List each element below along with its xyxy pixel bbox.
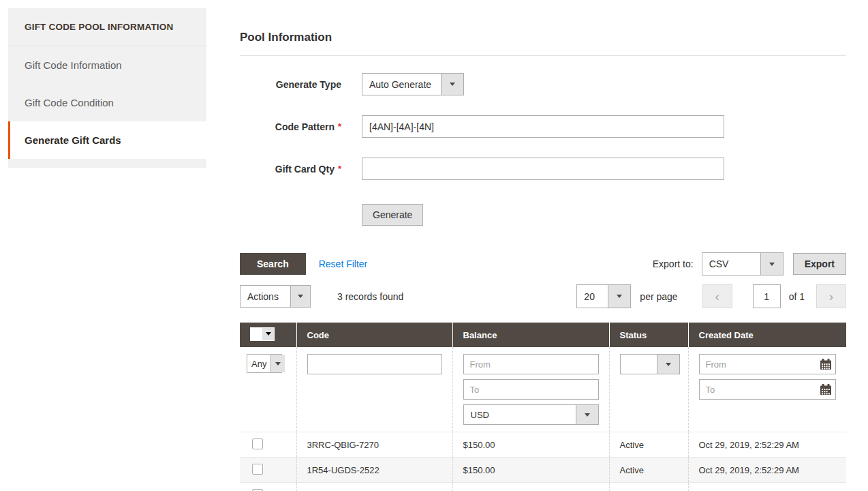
gift-code-pool-nav: GIFT CODE POOL INFORMATION Gift Code Inf… — [8, 8, 206, 168]
select-all-caret-icon[interactable] — [262, 327, 275, 341]
table-header-row: Code Balance Status Created Date — [240, 323, 846, 347]
records-found-text: 3 records found — [337, 291, 403, 302]
chevron-down-icon[interactable] — [441, 74, 463, 95]
page-title: Pool Information — [240, 31, 846, 56]
currency-value: USD — [464, 405, 576, 424]
required-asterisk: * — [338, 121, 341, 132]
per-page-select[interactable]: 20 — [576, 284, 631, 308]
select-all-checkbox[interactable] — [250, 327, 262, 341]
actions-select[interactable]: Actions — [240, 285, 311, 308]
column-header-created-date[interactable]: Created Date — [688, 323, 846, 347]
actions-value: Actions — [241, 286, 290, 307]
code-pattern-input[interactable] — [362, 115, 724, 138]
chevron-left-icon: ‹ — [715, 289, 719, 304]
created-from-filter-input[interactable] — [699, 354, 837, 374]
cell-status: Active — [609, 432, 688, 458]
cell-status: Active — [609, 483, 688, 491]
export-format-select[interactable]: CSV — [702, 252, 784, 276]
sidebar-item-gift-code-condition[interactable]: Gift Code Condition — [8, 84, 206, 121]
select-all-control[interactable] — [250, 327, 275, 341]
chevron-down-icon[interactable] — [576, 405, 598, 424]
export-button[interactable]: Export — [793, 253, 846, 275]
grid-toolbar-pager: Actions 3 records found 20 per page ‹ of… — [240, 284, 846, 308]
sidebar-title: GIFT CODE POOL INFORMATION — [8, 8, 206, 46]
page-count-label: of 1 — [789, 291, 805, 302]
grid-toolbar-search: Search Reset Filter Export to: CSV Expor… — [240, 252, 846, 276]
gift-codes-table: Code Balance Status Created Date Any — [240, 323, 846, 491]
cell-code: X19F-RNKC-4824 — [296, 483, 452, 491]
gift-card-qty-label: Gift Card Qty* — [240, 164, 341, 175]
generate-type-value: Auto Generate — [362, 74, 441, 95]
column-header-status[interactable]: Status — [609, 323, 688, 347]
mass-select-filter[interactable]: Any — [247, 354, 282, 373]
cell-code: 3RRC-QBIG-7270 — [296, 432, 452, 458]
required-asterisk: * — [338, 164, 341, 174]
calendar-icon[interactable] — [820, 358, 832, 370]
cell-balance: $100.00 — [452, 483, 609, 491]
calendar-icon[interactable] — [820, 383, 832, 396]
chevron-down-icon[interactable] — [657, 355, 679, 374]
generate-type-label: Generate Type — [240, 79, 341, 90]
table-filter-row: Any USD — [240, 347, 846, 432]
chevron-down-icon[interactable] — [290, 286, 310, 307]
row-checkbox[interactable] — [252, 464, 263, 475]
cell-balance: $150.00 — [452, 458, 609, 483]
column-header-balance[interactable]: Balance — [452, 323, 609, 347]
balance-to-filter-input[interactable] — [463, 379, 599, 400]
export-format-value: CSV — [702, 253, 760, 275]
search-button[interactable]: Search — [240, 253, 306, 275]
balance-from-filter-input[interactable] — [463, 354, 599, 374]
sidebar-item-gift-code-information[interactable]: Gift Code Information — [8, 46, 206, 84]
code-pattern-label: Code Pattern* — [240, 121, 341, 132]
per-page-label: per page — [640, 291, 677, 302]
cell-created-date: Oct 29, 2019, 2:52:29 AM — [688, 458, 846, 483]
next-page-button[interactable]: › — [816, 284, 846, 308]
chevron-down-icon[interactable] — [608, 285, 630, 308]
column-header-code[interactable]: Code — [296, 323, 452, 347]
code-filter-input[interactable] — [307, 354, 442, 374]
cell-balance: $150.00 — [452, 432, 609, 458]
cell-status: Active — [609, 458, 688, 483]
previous-page-button[interactable]: ‹ — [702, 284, 732, 308]
main-content: Pool Information Generate Type Auto Gene… — [240, 31, 846, 491]
chevron-down-icon[interactable] — [760, 253, 783, 275]
created-to-filter-input[interactable] — [699, 379, 837, 400]
page-number-input[interactable] — [753, 284, 781, 308]
status-filter-select[interactable] — [620, 354, 680, 374]
chevron-down-icon[interactable] — [270, 355, 285, 372]
export-to-label: Export to: — [653, 258, 694, 269]
generate-button[interactable]: Generate — [362, 204, 423, 226]
per-page-value: 20 — [577, 285, 608, 308]
generate-type-select[interactable]: Auto Generate — [362, 73, 464, 95]
table-row[interactable]: 3RRC-QBIG-7270 $150.00 Active Oct 29, 20… — [240, 432, 846, 458]
cell-created-date: Oct 29, 2019, 2:52:29 AM — [688, 432, 846, 458]
table-row[interactable]: 1R54-UGDS-2522 $150.00 Active Oct 29, 20… — [240, 458, 846, 483]
table-row[interactable]: X19F-RNKC-4824 $100.00 Active Oct 29, 20… — [240, 483, 846, 491]
reset-filter-link[interactable]: Reset Filter — [319, 258, 368, 269]
gift-card-qty-input[interactable] — [362, 158, 724, 180]
pool-information-form: Generate Type Auto Generate Code Pattern… — [240, 73, 846, 226]
sidebar-item-generate-gift-cards[interactable]: Generate Gift Cards — [8, 121, 206, 159]
cell-created-date: Oct 29, 2019, 3:17:52 AM — [688, 483, 846, 491]
row-checkbox[interactable] — [252, 438, 263, 449]
chevron-right-icon: › — [829, 289, 833, 304]
currency-select[interactable]: USD — [463, 404, 599, 425]
mass-select-value: Any — [247, 355, 270, 372]
cell-code: 1R54-UGDS-2522 — [296, 458, 452, 483]
status-filter-value — [621, 355, 657, 374]
